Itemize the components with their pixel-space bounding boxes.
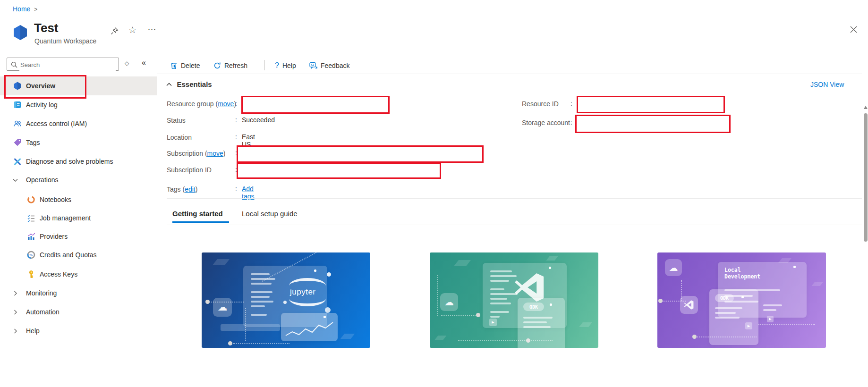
code-line bbox=[251, 301, 273, 303]
favorite-star-icon[interactable]: ☆ bbox=[128, 25, 136, 35]
essentials-row-tags: Tags (edit) : Add tags bbox=[167, 185, 197, 194]
row-label: Tags ( bbox=[167, 185, 185, 193]
delete-label: Delete bbox=[181, 62, 200, 69]
code-line bbox=[490, 270, 512, 272]
row-label: Resource group ( bbox=[167, 100, 218, 108]
chevron-right-icon bbox=[12, 290, 18, 296]
cloud-icon: ☁ bbox=[440, 293, 458, 311]
row-colon: : bbox=[235, 185, 237, 193]
play-button-icon: ▶ bbox=[745, 322, 752, 329]
help-button[interactable]: ? Help bbox=[275, 59, 296, 72]
annotation-box-resource-group bbox=[241, 96, 390, 114]
pin-icon[interactable] bbox=[110, 26, 119, 35]
breadcrumb-home-link[interactable]: Home bbox=[13, 5, 30, 13]
sidebar-item-providers[interactable]: Providers bbox=[0, 227, 157, 246]
code-line bbox=[715, 317, 740, 319]
decor-diamond bbox=[434, 336, 446, 340]
trash-icon bbox=[170, 62, 178, 69]
code-line bbox=[715, 307, 742, 309]
play-glyph: ▶ bbox=[748, 324, 750, 328]
cloud-glyph: ☁ bbox=[669, 262, 678, 273]
cloud-icon: ☁ bbox=[665, 259, 682, 276]
feedback-icon bbox=[309, 62, 317, 69]
decor-node-dot bbox=[658, 299, 663, 303]
scrollbar-thumb[interactable] bbox=[864, 113, 868, 242]
tab-getting-started[interactable]: Getting started bbox=[172, 210, 223, 218]
sidebar-item-label: Tags bbox=[26, 133, 40, 152]
annotation-box-storage-account bbox=[575, 115, 731, 133]
code-line bbox=[763, 304, 782, 306]
vscode-qdk-card[interactable]: ▶ QDK ☁ bbox=[430, 252, 598, 348]
bar-chart-icon bbox=[27, 232, 35, 241]
feedback-button[interactable]: Feedback bbox=[309, 59, 349, 72]
vscode-tile bbox=[680, 296, 698, 314]
code-line bbox=[523, 326, 551, 328]
sidebar-item-job-management[interactable]: Job management bbox=[0, 209, 157, 227]
decor-diamond bbox=[811, 282, 823, 286]
quota-donut-icon: % bbox=[27, 251, 35, 259]
jupyter-notebooks-card[interactable]: jupyter ☁ bbox=[202, 252, 370, 348]
row-label: Subscription ID bbox=[167, 166, 212, 174]
search-input[interactable] bbox=[19, 59, 116, 71]
essentials-title: Essentials bbox=[177, 80, 212, 88]
row-colon: : bbox=[570, 100, 572, 107]
menu-expander-icon[interactable]: ◇ bbox=[125, 60, 129, 67]
sidebar-group-label: Monitoring bbox=[26, 284, 57, 303]
json-view-link[interactable]: JSON View bbox=[810, 81, 844, 88]
code-line bbox=[251, 283, 272, 285]
collapse-menu-icon[interactable]: « bbox=[142, 59, 146, 67]
essentials-collapse-header[interactable]: Essentials bbox=[166, 80, 212, 89]
sidebar-item-diagnose[interactable]: Diagnose and solve problems bbox=[0, 152, 157, 171]
decor-dotted-line bbox=[437, 275, 438, 316]
breadcrumb-chevron-icon: > bbox=[34, 6, 37, 13]
sidebar-item-access-control[interactable]: Access control (IAM) bbox=[0, 114, 157, 133]
essentials-row-storage-account: Storage account : bbox=[522, 118, 570, 127]
status-value: Succeeded bbox=[242, 116, 275, 124]
sidebar-item-credits-quotas[interactable]: % Credits and Quotas bbox=[0, 245, 157, 264]
tab-strip-divider bbox=[167, 225, 862, 225]
tab-local-setup-guide[interactable]: Local setup guide bbox=[242, 210, 298, 218]
decor-band bbox=[221, 324, 280, 331]
code-line bbox=[490, 280, 509, 282]
row-label: Location bbox=[167, 134, 192, 141]
key-icon bbox=[27, 270, 35, 278]
sidebar-item-tags[interactable]: Tags bbox=[0, 133, 157, 152]
annotation-box-resource-id bbox=[577, 96, 725, 113]
annotation-box-subscription-id bbox=[237, 162, 441, 179]
sidebar-group-operations[interactable]: Operations bbox=[0, 170, 157, 189]
code-line bbox=[251, 305, 265, 307]
refresh-button[interactable]: Refresh bbox=[213, 59, 247, 72]
sidebar-group-help[interactable]: Help bbox=[0, 321, 157, 340]
decor-dotted-line bbox=[758, 324, 815, 325]
delete-button[interactable]: Delete bbox=[170, 59, 200, 72]
local-development-card[interactable]: ☁ Local Development QDK ▶ ▶ bbox=[657, 252, 826, 348]
play-glyph: ▶ bbox=[769, 317, 771, 321]
more-options-icon[interactable]: … bbox=[147, 22, 157, 32]
sidebar-item-notebooks[interactable]: Notebooks bbox=[0, 190, 157, 209]
play-glyph: ▶ bbox=[492, 320, 494, 324]
sidebar-group-label: Operations bbox=[26, 170, 58, 189]
sidebar-item-access-keys[interactable]: Access Keys bbox=[0, 265, 157, 284]
code-line bbox=[251, 273, 270, 275]
svg-text:%: % bbox=[29, 253, 33, 257]
sidebar-group-monitoring[interactable]: Monitoring bbox=[0, 284, 157, 303]
quantum-workspace-icon bbox=[13, 25, 28, 41]
row-label: Resource ID bbox=[522, 100, 559, 108]
sidebar-item-label: Access control (IAM) bbox=[26, 114, 87, 133]
essentials-divider-line bbox=[167, 198, 862, 199]
jupyter-logo-moon bbox=[325, 307, 331, 313]
tools-icon bbox=[13, 157, 22, 166]
code-line bbox=[490, 298, 507, 300]
move-link[interactable]: move bbox=[207, 150, 223, 157]
move-link[interactable]: move bbox=[218, 100, 234, 108]
close-icon[interactable] bbox=[850, 26, 857, 33]
active-tab-underline bbox=[172, 221, 229, 223]
scrollbar-up-arrow[interactable] bbox=[864, 106, 868, 109]
sidebar-group-label: Help bbox=[26, 321, 40, 340]
edit-tags-link[interactable]: edit bbox=[185, 185, 196, 193]
row-label: Subscription ( bbox=[167, 150, 207, 157]
decor-dotted-line bbox=[441, 315, 479, 316]
checklist-icon bbox=[27, 214, 35, 222]
decor-node-dot bbox=[692, 335, 697, 339]
sidebar-group-automation[interactable]: Automation bbox=[0, 303, 157, 321]
